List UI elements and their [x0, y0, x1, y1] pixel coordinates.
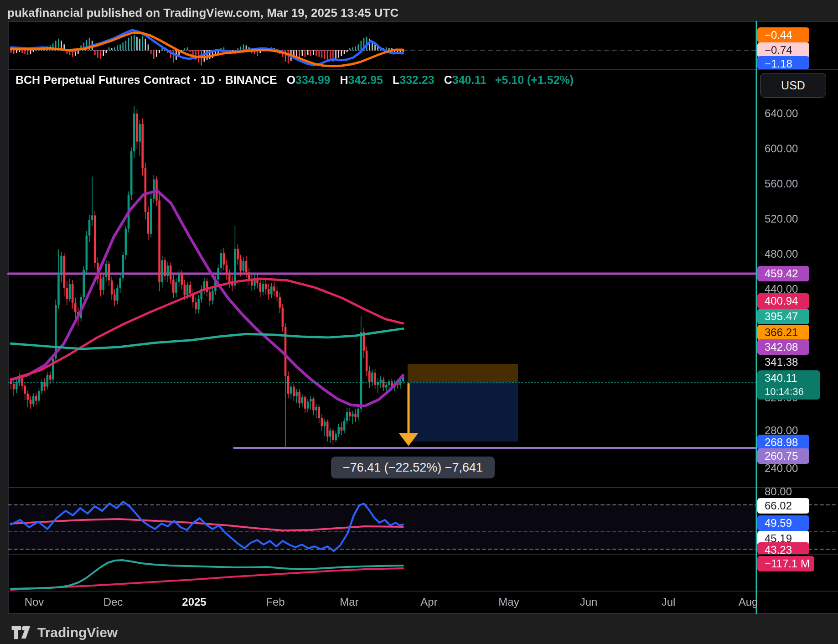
tradingview-logo-icon — [11, 625, 31, 640]
time-axis-month: Nov — [25, 596, 44, 608]
time-axis-month: Dec — [103, 596, 123, 608]
current-price-value: 340.11 — [765, 371, 816, 385]
price-badge-label: −117.1 M — [757, 556, 814, 571]
price-tick: 341.38 — [765, 357, 798, 368]
price-badge-label: 342.08 — [757, 339, 809, 355]
price-badge-label: 66.02 — [757, 498, 809, 514]
price-tick: 240.00 — [765, 463, 798, 474]
bar-countdown: 10:14:36 — [765, 385, 816, 399]
price-badge-label: 459.42 — [757, 266, 809, 281]
price-chart-canvas[interactable] — [0, 0, 838, 644]
tradingview-brand[interactable]: TradingView — [11, 625, 118, 640]
price-tick: 600.00 — [765, 143, 798, 154]
price-badge-label: −1.18 — [757, 56, 809, 69]
price-badge-label: 268.98 — [757, 435, 809, 450]
high-key: H — [340, 73, 348, 86]
price-tick: 480.00 — [765, 249, 798, 260]
price-badge-label: 395.47 — [757, 309, 809, 324]
low-value: 332.23 — [399, 73, 434, 86]
price-badge-label: −0.74 — [757, 42, 809, 58]
close-value: 340.11 — [452, 73, 486, 86]
low-key: L — [393, 73, 399, 86]
current-price-label: 340.1110:14:36 — [757, 370, 820, 400]
price-tick: 80.00 — [765, 486, 792, 497]
open-value: 334.99 — [295, 73, 330, 86]
price-badge-label: 366.21 — [757, 325, 809, 340]
tradingview-brand-text: TradingView — [37, 625, 118, 640]
currency-toggle-button[interactable]: USD — [760, 73, 826, 98]
change-value: +5.10 (+1.52%) — [495, 73, 574, 86]
price-badge-label: −0.44 — [757, 27, 809, 43]
price-tick: 520.00 — [765, 213, 798, 224]
time-axis-month: Feb — [266, 596, 285, 608]
time-axis-month: Aug — [739, 596, 758, 608]
open-key: O — [287, 73, 295, 86]
tradingview-published-chart: pukafinancial published on TradingView.c… — [0, 0, 838, 644]
price-badge-label: 400.94 — [757, 293, 809, 309]
symbol-info-bar[interactable]: BCH Perpetual Futures Contract · 1D · BI… — [16, 73, 574, 87]
time-axis-month: May — [498, 596, 519, 608]
time-axis-month: Jun — [580, 596, 598, 608]
time-axis-month: Jul — [662, 596, 676, 608]
time-axis-month: Mar — [340, 596, 358, 608]
time-axis-month: Apr — [420, 596, 437, 608]
price-tick: 640.00 — [765, 108, 798, 119]
price-badge-label: 49.59 — [757, 515, 809, 531]
symbol-title: BCH Perpetual Futures Contract · 1D · BI… — [16, 73, 277, 86]
price-badge-label: 260.75 — [757, 448, 809, 464]
time-axis-month: 2025 — [182, 596, 206, 608]
price-badge-label: 43.23 — [757, 542, 809, 554]
price-tick: 560.00 — [765, 178, 798, 189]
close-key: C — [444, 73, 452, 86]
measure-tooltip: −76.41 (−22.52%) −7,641 — [331, 457, 495, 478]
high-value: 342.95 — [348, 73, 383, 86]
publish-header: pukafinancial published on TradingView.c… — [7, 6, 398, 20]
